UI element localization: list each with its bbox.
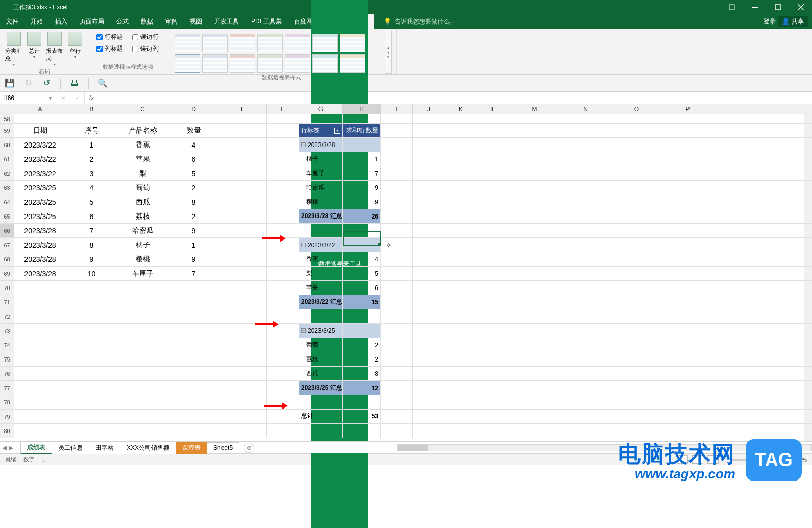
cell[interactable]	[662, 209, 713, 223]
cell[interactable]	[299, 424, 343, 438]
cell[interactable]	[66, 410, 117, 423]
row-header[interactable]: 66	[0, 224, 14, 237]
cell[interactable]	[413, 395, 445, 409]
row-header[interactable]: 78	[0, 395, 14, 409]
cell[interactable]	[14, 410, 66, 423]
cell[interactable]	[219, 395, 267, 409]
cell[interactable]	[662, 352, 713, 366]
cell[interactable]	[413, 352, 445, 366]
ribbon-options-icon[interactable]	[720, 0, 743, 14]
cell[interactable]	[509, 324, 560, 338]
cell[interactable]: 2023/3/28	[14, 267, 66, 280]
tab-developer[interactable]: 开发工具	[208, 14, 245, 29]
cell[interactable]	[509, 267, 560, 280]
pivot-filter-icon[interactable]: ▾	[334, 128, 340, 134]
pivot-cell[interactable]: 2023/3/28 汇总	[299, 209, 343, 223]
cell[interactable]	[509, 381, 560, 395]
name-box[interactable]: ▼	[0, 92, 56, 104]
cell[interactable]	[413, 424, 445, 438]
cell[interactable]	[219, 295, 267, 309]
cell[interactable]	[413, 181, 445, 195]
col-header[interactable]: E	[219, 104, 267, 114]
cell[interactable]	[509, 395, 560, 409]
cell[interactable]	[560, 238, 611, 252]
sheet-tab[interactable]: XXX公司销售额	[120, 442, 176, 454]
cell[interactable]	[168, 395, 219, 409]
cell[interactable]: 2023/3/28	[14, 252, 66, 266]
cell[interactable]	[219, 281, 267, 295]
cell[interactable]	[611, 252, 662, 266]
pivot-cell[interactable]: 2	[343, 338, 381, 352]
cell[interactable]	[267, 424, 299, 438]
pivot-style-swatch[interactable]	[202, 34, 228, 52]
cell[interactable]	[611, 267, 662, 280]
row-header[interactable]: 69	[0, 267, 14, 280]
cell[interactable]	[117, 324, 168, 338]
cell[interactable]	[509, 195, 560, 209]
cell[interactable]	[611, 395, 662, 409]
cell[interactable]: 产品名称	[117, 124, 168, 137]
cell[interactable]: 梨	[117, 166, 168, 180]
cell[interactable]: 6	[66, 209, 117, 223]
pivot-cell[interactable]: 车厘子	[299, 166, 343, 180]
cell[interactable]	[509, 252, 560, 266]
cell[interactable]: 2023/3/28	[14, 224, 66, 237]
tell-me[interactable]: 💡 告诉我您想要做什么...	[384, 14, 455, 29]
cell[interactable]	[477, 152, 509, 166]
cell[interactable]	[117, 352, 168, 366]
cell[interactable]: 10	[66, 267, 117, 280]
name-box-input[interactable]	[3, 94, 44, 102]
cell[interactable]	[509, 367, 560, 380]
cell[interactable]	[413, 281, 445, 295]
cell[interactable]	[477, 252, 509, 266]
cell[interactable]	[381, 281, 413, 295]
pivot-style-swatch[interactable]	[175, 54, 200, 73]
cell[interactable]: 荔枝	[117, 209, 168, 223]
cell[interactable]	[413, 410, 445, 423]
cell[interactable]	[381, 166, 413, 180]
cell[interactable]	[611, 295, 662, 309]
cell[interactable]	[219, 166, 267, 180]
cell[interactable]	[381, 424, 413, 438]
cell[interactable]	[413, 252, 445, 266]
cell[interactable]	[14, 338, 66, 352]
pivot-cell[interactable]: 2023/3/25 汇总	[299, 381, 343, 395]
cell[interactable]	[413, 238, 445, 252]
cell[interactable]	[381, 395, 413, 409]
cell[interactable]	[117, 114, 168, 123]
pivot-cell[interactable]: 5	[343, 267, 381, 280]
col-header[interactable]: B	[66, 104, 117, 114]
cell[interactable]	[381, 195, 413, 209]
cell[interactable]	[445, 309, 477, 323]
cell[interactable]	[14, 114, 66, 123]
cell[interactable]	[219, 410, 267, 423]
fx-icon[interactable]: fx	[85, 92, 99, 104]
pivot-cell[interactable]: 2	[343, 352, 381, 366]
cell[interactable]	[560, 124, 611, 137]
cell[interactable]	[560, 367, 611, 380]
pivot-sum-label[interactable]: 求和项:数量	[343, 124, 381, 137]
zoom-level[interactable]: 100%	[793, 457, 807, 463]
cell[interactable]	[662, 195, 713, 209]
cell[interactable]	[477, 181, 509, 195]
view-normal-button[interactable]	[677, 455, 688, 464]
cell[interactable]	[267, 410, 299, 423]
cell[interactable]: 5	[168, 166, 219, 180]
row-header[interactable]: 73	[0, 324, 14, 338]
pivot-cell[interactable]: 26	[343, 209, 381, 223]
pivot-cell[interactable]: 苹果	[299, 281, 343, 295]
sheet-tab[interactable]: 田字格	[89, 442, 120, 454]
cell[interactable]	[662, 238, 713, 252]
cell[interactable]	[381, 138, 413, 152]
cell[interactable]: 橘子	[117, 238, 168, 252]
cell[interactable]	[168, 295, 219, 309]
cell[interactable]	[611, 124, 662, 137]
cell[interactable]	[662, 381, 713, 395]
cell[interactable]	[477, 209, 509, 223]
cell[interactable]	[477, 324, 509, 338]
row-header[interactable]: 67	[0, 238, 14, 252]
cell[interactable]	[445, 395, 477, 409]
pivot-cell[interactable]: 2023/3/22 汇总	[299, 295, 343, 309]
cell[interactable]	[477, 410, 509, 423]
cell[interactable]: 数量	[168, 124, 219, 137]
